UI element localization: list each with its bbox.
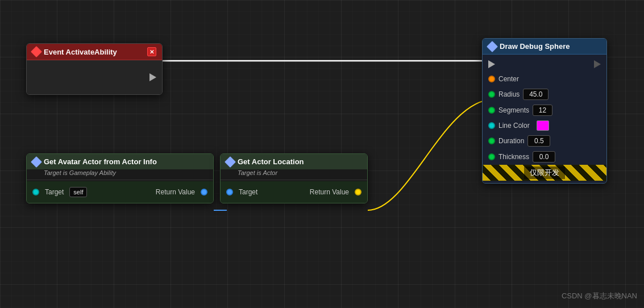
segments-input[interactable] bbox=[533, 105, 552, 116]
separator-1 bbox=[27, 180, 213, 180]
exec-out-pin-debug bbox=[594, 60, 601, 68]
debug-sphere-title: Draw Debug Sphere bbox=[500, 42, 601, 51]
duration-label: Duration bbox=[498, 137, 524, 145]
target-label: Target bbox=[45, 188, 64, 196]
debug-sphere-body: Center Radius Segments Line Color Durati… bbox=[483, 55, 606, 183]
watermark: CSDN @暮志未晚NAN bbox=[562, 291, 637, 301]
line-color-row: Line Color bbox=[483, 118, 606, 133]
radius-label: Radius bbox=[498, 90, 520, 98]
get-avatar-title: Get Avatar Actor from Actor Info bbox=[44, 157, 207, 166]
get-actor-location-node: Get Actor Location Target is Actor Targe… bbox=[220, 153, 368, 203]
line-color-label: Line Color bbox=[498, 122, 530, 130]
segments-pin bbox=[488, 107, 495, 114]
event-icon bbox=[31, 46, 42, 57]
func-icon-1 bbox=[31, 156, 42, 168]
duration-row: Duration bbox=[483, 133, 606, 149]
return-label-1: Return Value bbox=[156, 188, 195, 196]
radius-input[interactable] bbox=[523, 89, 549, 100]
separator-2 bbox=[221, 180, 367, 180]
radius-pin bbox=[488, 91, 495, 98]
get-location-title: Get Actor Location bbox=[238, 157, 362, 166]
segments-label: Segments bbox=[498, 106, 529, 114]
return-value-pin-2 bbox=[355, 189, 362, 195]
debug-func-icon bbox=[487, 41, 498, 52]
thickness-pin bbox=[488, 153, 495, 160]
return-label-2: Return Value bbox=[310, 188, 349, 196]
exec-in-pin bbox=[488, 60, 495, 68]
center-pin bbox=[488, 76, 495, 82]
duration-pin bbox=[488, 138, 495, 144]
func-icon-2 bbox=[225, 156, 236, 168]
get-avatar-header: Get Avatar Actor from Actor Info bbox=[27, 154, 213, 169]
event-node-header: Event ActivateAbility ✕ bbox=[27, 44, 162, 60]
target-label-2: Target bbox=[239, 188, 257, 196]
exec-pins-row bbox=[483, 57, 606, 72]
event-activate-ability-node: Event ActivateAbility ✕ bbox=[26, 43, 163, 95]
draw-debug-sphere-node: Draw Debug Sphere Center Radius Segments bbox=[482, 38, 607, 184]
line-color-pin bbox=[488, 122, 495, 129]
thickness-input[interactable] bbox=[533, 151, 555, 163]
return-value-pin-1 bbox=[201, 189, 207, 195]
event-node-body bbox=[27, 60, 162, 94]
target-in-pin bbox=[32, 189, 39, 195]
thickness-label: Thickness bbox=[498, 153, 529, 161]
thickness-row: Thickness bbox=[483, 149, 606, 165]
radius-row: Radius bbox=[483, 86, 606, 102]
event-close-button[interactable]: ✕ bbox=[147, 47, 156, 56]
get-avatar-target-row: Target self Return Value bbox=[27, 185, 213, 199]
duration-input[interactable] bbox=[527, 135, 550, 147]
segments-row: Segments bbox=[483, 102, 606, 118]
exec-out-pin bbox=[149, 73, 156, 81]
get-avatar-body: Target self Return Value bbox=[27, 181, 213, 203]
dev-only-warning-bar: 仅限开发 bbox=[483, 165, 606, 181]
warning-text: 仅限开发 bbox=[524, 167, 565, 179]
get-avatar-subtitle: Target is Gameplay Ability bbox=[27, 169, 213, 178]
get-location-header: Get Actor Location bbox=[221, 154, 367, 169]
get-avatar-actor-node: Get Avatar Actor from Actor Info Target … bbox=[26, 153, 214, 203]
get-location-target-row: Target Return Value bbox=[221, 185, 367, 199]
debug-sphere-header: Draw Debug Sphere bbox=[483, 39, 606, 55]
watermark-text: CSDN @暮志未晚NAN bbox=[562, 292, 637, 300]
event-node-title: Event ActivateAbility bbox=[44, 48, 144, 56]
self-value: self bbox=[69, 187, 87, 197]
center-row: Center bbox=[483, 72, 606, 86]
line-color-swatch[interactable] bbox=[537, 120, 549, 131]
target-in-pin-2 bbox=[226, 189, 233, 195]
get-location-subtitle: Target is Actor bbox=[221, 169, 367, 178]
center-label: Center bbox=[498, 75, 519, 83]
get-location-body: Target Return Value bbox=[221, 181, 367, 203]
